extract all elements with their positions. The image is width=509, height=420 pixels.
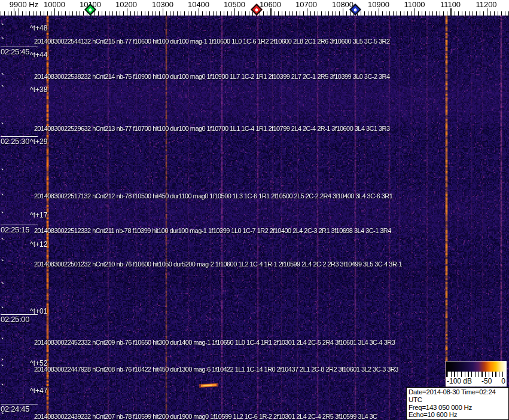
time-minor-tick: ` <box>1 366 4 371</box>
time-minor-tick: ` <box>1 25 4 30</box>
color-scale-ticks <box>446 372 506 377</box>
event-marker-label: ^t+12 <box>30 241 47 248</box>
info-date-line: Date=2014-08-30 Time=02:24 UTC <box>409 388 508 404</box>
info-box: Date=2014-08-30 Time=02:24 UTC Freq=143 … <box>406 387 509 420</box>
annotation-overlay: 02:25:4502:25:3002:25:1502:25:0002:24:45… <box>0 0 509 420</box>
legend-min-label: -100 dB <box>447 377 472 385</box>
time-minor-tick: ` <box>1 385 4 390</box>
meteor-data-line: 20140830022538232 hCnt214 nb-75 f10900 h… <box>34 73 390 80</box>
time-minor-tick: ` <box>1 75 4 79</box>
time-minor-tick: ` <box>1 284 4 289</box>
meteor-data-line: 20140830022447928 hCnt208 nb-76 f10422 h… <box>34 366 398 373</box>
time-minor-tick: ` <box>1 39 4 44</box>
freq-tick-label: 11200 <box>476 0 496 9</box>
frequency-ruler: 9900 Hz100001010010200103001040010500106… <box>0 0 509 16</box>
time-label: 02:25:00 <box>1 314 38 323</box>
time-minor-tick: ` <box>1 240 4 244</box>
time-minor-tick: ` <box>1 170 4 175</box>
meteor-data-line: 20140830022512332 hCnt211 nb-78 f10399 h… <box>34 227 391 234</box>
event-marker-label: ^t+01 <box>30 308 47 315</box>
time-minor-tick: ` <box>1 87 4 91</box>
event-marker-label: ^t+44 <box>30 51 47 59</box>
event-marker-label: ^t+17 <box>30 211 47 219</box>
freq-tick-label: 10700 <box>295 0 317 9</box>
freq-tick-label: 10000 <box>44 0 65 9</box>
color-scale-legend: -100 dB -50 0 <box>446 361 507 387</box>
time-label: 02:24:45 <box>1 404 38 413</box>
freq-tick-label: 10300 <box>152 0 173 9</box>
time-minor-tick: ` <box>1 124 4 129</box>
meteor-data-line: 20140830022544132 hCnt215 nb-77 f10600 h… <box>34 38 390 45</box>
event-marker-label: ^t+29 <box>30 138 47 145</box>
legend-max-label: 0 <box>501 377 505 385</box>
freq-tick-label: 10500 <box>224 0 245 9</box>
event-marker-label: ^t+48 <box>30 24 47 32</box>
freq-tick-label: 9900 Hz <box>10 0 38 9</box>
event-marker-label: ^t+47 <box>30 387 47 394</box>
color-scale-labels: -100 dB -50 0 <box>446 377 507 387</box>
freq-tick-label: 10400 <box>188 0 209 9</box>
color-scale-gradient <box>446 361 506 372</box>
meteor-data-line: 20140830022529632 hCnt213 nb-77 f10700 h… <box>34 125 390 132</box>
time-minor-tick: ` <box>1 414 4 419</box>
info-echo-line: Echo=10 600 Hz <box>409 411 508 419</box>
time-minor-tick: ` <box>1 195 4 200</box>
meteor-data-line: 20140830022439232 hCnt207 nb-78 f10599 h… <box>34 413 377 420</box>
time-label: 02:25:15 <box>1 225 38 234</box>
freq-tick-label: 10600 <box>260 0 281 9</box>
freq-tick-label: 11000 <box>404 0 425 9</box>
freq-tick-label: 10900 <box>368 0 389 9</box>
time-minor-tick: ` <box>1 213 4 218</box>
event-marker-label: ^t+38 <box>30 86 47 93</box>
meteor-data-line: 20140830022452332 hCnt209 nb-76 f10650 h… <box>34 339 395 346</box>
freq-tick-label: 11100 <box>440 0 461 9</box>
legend-mid-label: -50 <box>481 377 492 385</box>
time-minor-tick: ` <box>1 339 4 344</box>
time-minor-tick: ` <box>1 308 4 313</box>
time-minor-tick: ` <box>1 261 4 266</box>
meteor-data-line: 20140830022501232 hCnt210 nb-76 f10600 h… <box>34 260 402 268</box>
info-freq-line: Freq=143 050 000 Hz <box>409 404 508 412</box>
freq-tick-label: 10200 <box>115 0 137 9</box>
meteor-data-line: 20140830022517132 hCnt212 nb-78 f10500 h… <box>34 192 392 200</box>
spectrum-waterfall-window: 02:25:4502:25:3002:25:1502:25:0002:24:45… <box>0 0 509 420</box>
